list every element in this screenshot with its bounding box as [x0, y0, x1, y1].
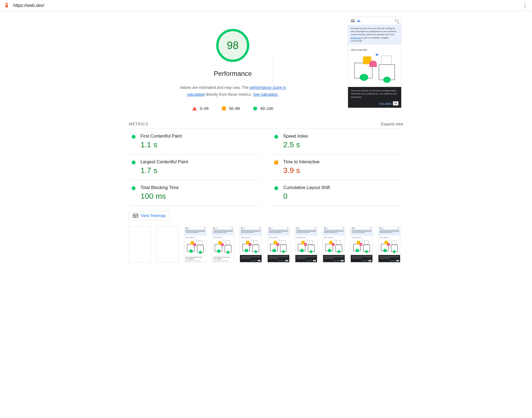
metric-name: First Contentful Paint [140, 134, 182, 139]
filmstrip-thumbnail[interactable]: About web.devMore detailsOK [267, 226, 290, 262]
view-treemap-button[interactable]: View Treemap [129, 211, 170, 220]
thumb-about: About web.dev [378, 236, 400, 239]
filmstrip-thumbnail[interactable]: About web.devLet's build the future of t… [184, 226, 206, 262]
pass-circle-icon [132, 135, 135, 139]
thumb-illustration [378, 239, 400, 255]
score-gauge: 98 [215, 28, 250, 63]
ok-button-preview: OK [393, 101, 398, 105]
legend-avg-range: 50–89 [229, 106, 240, 111]
search-icon [315, 228, 316, 229]
calculator-link[interactable]: See calculator. [253, 92, 278, 97]
metric-name: Total Blocking Time [140, 185, 179, 190]
preview-about-heading: About web.dev [348, 45, 401, 52]
thumb-about: About web.dev [212, 236, 234, 239]
hamburger-icon [351, 19, 355, 22]
preview-illustration [348, 52, 401, 87]
lighthouse-icon [4, 2, 9, 9]
hamburger-icon [269, 228, 270, 229]
filmstrip-thumbnail[interactable]: About web.devMore detailsOK [240, 226, 262, 262]
thumb-ok: OK [341, 260, 344, 261]
filmstrip-thumbnail[interactable]: About web.devMore detailsOK [351, 226, 373, 262]
thumb-about: About web.dev [185, 236, 206, 239]
thumb-illustration [212, 239, 234, 256]
filmstrip-thumbnail[interactable]: About web.devMore detailsOK [378, 226, 400, 262]
search-icon [259, 228, 260, 229]
metric-row: Total Blocking Time100 ms [129, 180, 260, 206]
thumb-illustration [351, 239, 372, 255]
expand-view-button[interactable]: Expand view [381, 122, 403, 126]
metric-value: 100 ms [140, 192, 179, 201]
score-value: 98 [215, 28, 250, 63]
page-url: https://web.dev/ [13, 3, 44, 8]
metrics-section-title: METRICS [129, 122, 148, 126]
filmstrip-thumbnail[interactable]: About web.devMore detailsOK [295, 226, 317, 262]
metric-row: Speed Index2.5 s [272, 129, 403, 154]
metric-row: Time to Interactive3.9 s [272, 154, 403, 180]
thumb-about: About web.dev [295, 236, 317, 239]
thumb-more-link: More details [389, 260, 395, 261]
final-screenshot: We want to hear from you! We are looking… [348, 17, 401, 108]
metric-value: 1.1 s [140, 140, 182, 149]
site-logo-icon [354, 228, 356, 229]
search-icon [342, 228, 344, 229]
thumb-about: About web.dev [323, 236, 345, 239]
thumb-subtext: Web design in the click market [212, 260, 234, 262]
thumb-ok: OK [313, 260, 316, 261]
hamburger-icon [213, 228, 215, 229]
search-icon [398, 228, 399, 229]
metric-name: Time to Interactive [283, 159, 319, 164]
vertical-divider [273, 53, 273, 94]
metrics-grid: First Contentful Paint1.1 sSpeed Index2.… [129, 128, 403, 206]
site-logo-icon [216, 228, 218, 229]
report-content: 98 Performance Values are estimated and … [129, 11, 403, 273]
search-icon [232, 228, 233, 229]
site-logo-icon [382, 228, 384, 229]
metric-value: 3.9 s [283, 166, 319, 175]
site-logo-icon [244, 228, 245, 229]
thumb-about: About web.dev [268, 236, 289, 239]
pass-circle-icon [274, 186, 278, 190]
thumb-illustration [268, 239, 289, 255]
hamburger-icon [380, 228, 381, 229]
metric-value: 2.5 s [283, 140, 308, 149]
filmstrip-thumbnail[interactable]: About web.devMore detailsOK [323, 226, 345, 262]
score-description: Values are estimated and may vary. The p… [172, 84, 294, 98]
treemap-icon [133, 214, 138, 218]
thumb-illustration [185, 239, 206, 256]
filmstrip-thumbnail[interactable] [157, 226, 179, 262]
hamburger-icon [241, 228, 243, 229]
thumb-about: About web.dev [351, 236, 372, 239]
metric-row: Largest Contentful Paint1.7 s [129, 154, 260, 180]
thumb-more-link: More details [334, 260, 340, 261]
metric-row: Cumulative Layout Shift0 [272, 180, 403, 206]
site-logo-icon [327, 228, 328, 229]
overflow-menu-button[interactable]: ⋮ [522, 2, 528, 9]
thumb-illustration [295, 239, 317, 255]
metric-value: 1.7 s [140, 166, 188, 175]
legend-pass-range: 90–100 [260, 106, 273, 111]
metric-name: Speed Index [283, 134, 308, 139]
average-square-icon [222, 107, 226, 110]
thumb-ok: OK [396, 260, 399, 261]
topbar: https://web.dev/ ⋮ [0, 0, 532, 11]
thumb-illustration [323, 239, 345, 255]
hamburger-icon [352, 228, 354, 229]
filmstrip-thumbnail[interactable] [129, 226, 151, 262]
metric-value: 0 [283, 192, 330, 201]
thumb-more-link: More details [306, 260, 312, 261]
site-logo-icon [299, 228, 301, 229]
thumb-ok: OK [258, 260, 260, 261]
category-title: Performance [214, 70, 252, 78]
thumb-illustration [240, 239, 262, 255]
score-legend: 0–49 50–89 90–100 [192, 106, 273, 111]
thumb-subtext: Web design in the click market [185, 260, 206, 262]
thumb-ok: OK [369, 260, 371, 261]
preview-banner: We want to hear from you! We are looking… [348, 25, 401, 45]
pass-circle-icon [253, 107, 257, 110]
filmstrip-thumbnail[interactable]: About web.devLet's build the future of t… [212, 226, 234, 262]
legend-fail-range: 0–49 [200, 106, 209, 111]
metric-row: First Contentful Paint1.1 s [129, 129, 260, 154]
pass-circle-icon [132, 161, 135, 164]
apply-now-link: Apply now [351, 37, 361, 39]
thumb-headline: Let's build the future of the web, toget… [212, 256, 234, 260]
